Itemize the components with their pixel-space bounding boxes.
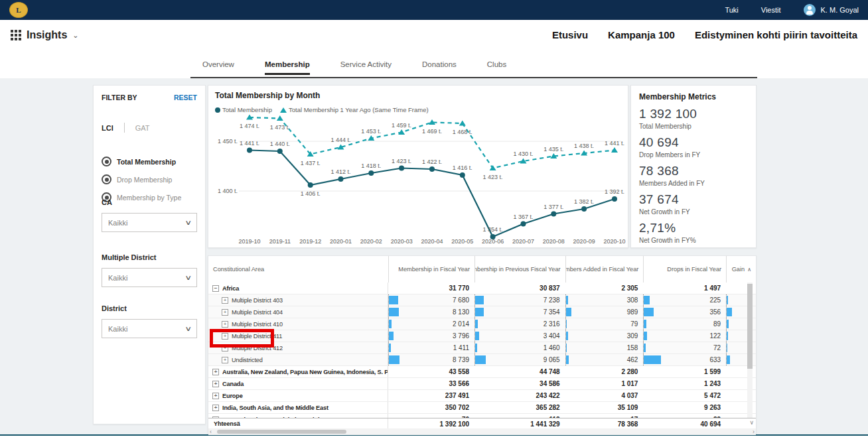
metric-value: 1 392 100: [639, 107, 748, 121]
tab-clubs[interactable]: Clubs: [487, 60, 506, 75]
cell-value: 78 368: [618, 420, 638, 428]
table-row-africa[interactable]: −Africa31 77030 8372 3051 497: [208, 283, 756, 294]
column-header-membership-in-previous-fiscal-year[interactable]: Membership in Previous Fiscal Year: [474, 256, 565, 283]
collapse-icon[interactable]: −: [212, 285, 219, 292]
lions-logo-icon[interactable]: L: [9, 2, 28, 18]
table-row-multiple-district-411[interactable]: +Multiple District 4113 7963 404309122: [208, 330, 756, 342]
cell-value: 34 586: [540, 380, 560, 387]
row-name: Canada: [222, 381, 244, 387]
tab-donations[interactable]: Donations: [422, 60, 457, 75]
row-value-cell: 1 460: [474, 342, 565, 353]
scroll-right-icon[interactable]: ›: [753, 428, 755, 435]
column-header-constitutional-area[interactable]: Constitutional Area: [208, 256, 388, 283]
row-value-cell: 158: [565, 342, 644, 353]
user-menu[interactable]: K. M. Goyal: [804, 4, 859, 16]
table-row-multiple-district-412[interactable]: +Multiple District 4121 4111 46015872: [208, 342, 756, 354]
total-value-cell: 1 441 329: [474, 418, 565, 429]
line-chart: 1 450 t.1 400 t.2019-102019-112019-12202…: [208, 113, 628, 251]
district-dropdown[interactable]: Kaikki∨: [102, 319, 197, 338]
metrics-list: 1 392 100Total Membership40 694Drop Memb…: [639, 107, 748, 244]
data-bar: [475, 355, 486, 364]
avatar-icon: [804, 4, 816, 16]
data-bar: [389, 308, 399, 316]
radio-drop-membership[interactable]: Drop Membership: [102, 174, 197, 184]
svg-text:1 418 t.: 1 418 t.: [361, 162, 381, 169]
topbar-link-viestit[interactable]: Viestit: [761, 6, 781, 14]
radio-total-membership[interactable]: Total Membership: [102, 157, 197, 166]
row-value-cell: 365 282: [474, 402, 565, 413]
table-row-india-south-asia-and-the-middle-east[interactable]: +India, South Asia, and the Middle East3…: [208, 402, 756, 414]
data-bar: [727, 332, 728, 340]
ca-dropdown[interactable]: Kaikki∨: [102, 213, 197, 232]
topbar: L Tuki Viestit K. M. Goyal: [0, 0, 868, 20]
nav-link-etusivu[interactable]: Etusivu: [552, 29, 588, 40]
cell-value: 462: [627, 356, 638, 363]
legend-item-total-membership[interactable]: Total Membership: [215, 106, 272, 113]
legend-item-total-membership-1-year-ago-same-time-frame[interactable]: Total Membership 1 Year Ago (Same Time F…: [280, 106, 429, 113]
dropdown-label-multiple-district: Multiple District: [102, 253, 197, 261]
topbar-link-tuki[interactable]: Tuki: [725, 6, 738, 14]
toggle-gat[interactable]: GAT: [135, 124, 150, 132]
data-bar: [389, 355, 399, 364]
tabs-divider: [190, 77, 757, 78]
table-row-europe[interactable]: +Europe237 491243 4224 0375 472: [208, 390, 756, 402]
reset-button[interactable]: RESET: [174, 94, 197, 101]
expand-icon[interactable]: +: [212, 369, 219, 375]
nav-link-edistyminen-kohti-piirin-tavoitteita[interactable]: Edistyminen kohti piirin tavoitteita: [695, 29, 857, 40]
table-header: Constitutional AreaMembership in Fiscal …: [208, 256, 756, 283]
data-bar: [566, 344, 567, 352]
cell-value: 243 422: [536, 392, 560, 399]
data-bar: [644, 320, 646, 328]
expand-icon[interactable]: +: [222, 297, 228, 304]
svg-text:1 441 t.: 1 441 t.: [240, 140, 259, 147]
vertical-scroll-thumb[interactable]: [747, 284, 753, 369]
tab-overview[interactable]: Overview: [202, 60, 234, 75]
row-name-cell: +Europe: [208, 390, 388, 401]
column-header-gain[interactable]: Gain∧: [726, 256, 756, 283]
svg-text:2020-08: 2020-08: [543, 238, 565, 245]
table-row-multiple-district-403[interactable]: +Multiple District 4037 6807 238308225: [208, 294, 756, 306]
cell-value: 7 354: [543, 308, 560, 316]
expand-icon[interactable]: +: [222, 309, 228, 316]
vertical-scrollbar[interactable]: [747, 283, 753, 418]
page: L Tuki Viestit K. M. Goyal Insights ⌄ Et…: [0, 0, 868, 445]
row-value-cell: 9 263: [643, 402, 726, 413]
column-header-membership-in-fiscal-year[interactable]: Membership in Fiscal Year: [388, 256, 474, 283]
svg-text:1 440 t.: 1 440 t.: [270, 141, 290, 147]
horizontal-scroll-thumb[interactable]: [217, 430, 346, 434]
data-bar: [727, 308, 732, 316]
tab-service-activity[interactable]: Service Activity: [340, 60, 392, 75]
multiple-district-dropdown[interactable]: Kaikki∨: [102, 268, 197, 287]
cell-value: 9 263: [704, 404, 721, 411]
scroll-down-icon[interactable]: ∨: [749, 419, 754, 426]
table-row-canada[interactable]: +Canada33 56634 5861 0171 243: [208, 378, 756, 390]
column-header-label: Gain: [732, 266, 745, 273]
table-row-australia-new-zealand-papua-new-guinea-indonesia-s-pacific[interactable]: +Australia, New Zealand, Papua New Guine…: [208, 366, 756, 378]
svg-text:2020-01: 2020-01: [330, 238, 352, 245]
nav-link-kampanja-100[interactable]: Kampanja 100: [608, 29, 675, 40]
table-total-row: Yhteensä1 392 1001 441 32978 36840 694: [208, 418, 756, 429]
expand-icon[interactable]: +: [212, 405, 219, 411]
expand-icon[interactable]: +: [222, 321, 228, 328]
expand-icon[interactable]: +: [212, 381, 219, 387]
svg-text:1 422 t.: 1 422 t.: [422, 159, 442, 165]
insights-menu[interactable]: Insights ⌄: [11, 29, 79, 41]
horizontal-scrollbar[interactable]: ‹ ›: [208, 428, 756, 435]
expand-icon[interactable]: +: [212, 393, 219, 399]
table-row-multiple-district-404[interactable]: +Multiple District 4048 1307 354989356: [208, 306, 756, 318]
table-row-multiple-district-410[interactable]: +Multiple District 4102 0142 3167989: [208, 318, 756, 330]
legend-label: Total Membership 1 Year Ago (Same Time F…: [289, 106, 429, 113]
metric-net-growth-in-fy: 2,71%Net Growth in FY%: [639, 221, 748, 244]
scroll-left-icon[interactable]: ‹: [210, 428, 212, 435]
tab-membership[interactable]: Membership: [265, 60, 310, 75]
svg-text:1 412 t.: 1 412 t.: [330, 168, 350, 175]
cell-value: 31 770: [449, 285, 469, 292]
toggle-lci[interactable]: LCI: [102, 124, 113, 132]
cell-value: 225: [709, 296, 721, 304]
column-header-drops-in-fiscal-year[interactable]: Drops in Fiscal Year: [643, 256, 726, 283]
expand-icon[interactable]: +: [222, 357, 228, 363]
data-bar: [727, 296, 728, 304]
svg-text:1 367 t.: 1 367 t.: [513, 214, 533, 220]
table-row-undistricted[interactable]: +Undistricted8 7399 065462633: [208, 354, 756, 366]
column-header-members-added-in-fiscal-year[interactable]: Members Added in Fiscal Year: [565, 256, 644, 283]
